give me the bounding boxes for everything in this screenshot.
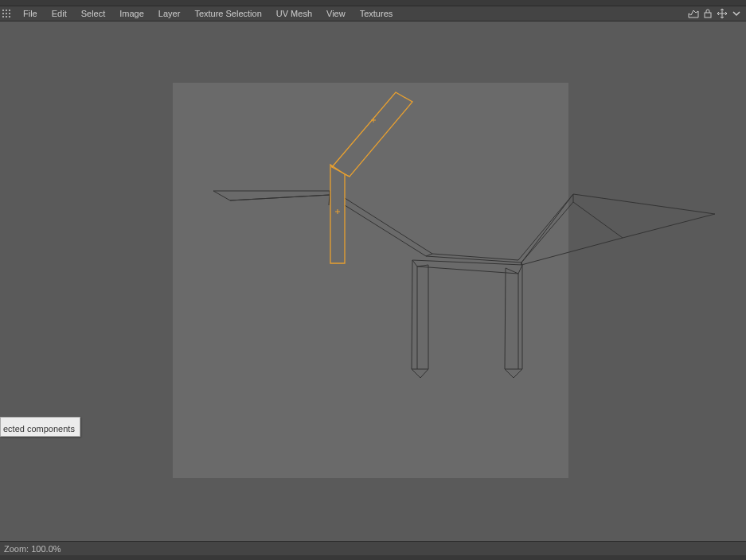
svg-rect-1 — [6, 10, 7, 11]
svg-rect-2 — [9, 10, 10, 11]
menu-textures[interactable]: Textures — [353, 6, 400, 21]
uv-texture-canvas — [173, 83, 568, 478]
tooltip: ected components — [0, 417, 80, 437]
move-icon[interactable] — [716, 7, 728, 20]
svg-rect-7 — [6, 16, 7, 18]
svg-rect-6 — [2, 16, 4, 18]
uv-viewport[interactable] — [0, 21, 746, 541]
tooltip-text: ected components — [3, 424, 75, 434]
svg-rect-8 — [9, 16, 10, 18]
svg-rect-5 — [9, 13, 10, 14]
menu-view[interactable]: View — [319, 6, 353, 21]
menu-image[interactable]: Image — [112, 6, 151, 21]
lock-icon[interactable] — [701, 7, 714, 20]
status-bottom-strip — [0, 555, 746, 560]
menu-select[interactable]: Select — [74, 6, 113, 21]
statusbar: Zoom: 100.0% — [0, 541, 746, 560]
titlebar — [0, 0, 746, 6]
app-grid-icon[interactable] — [2, 9, 11, 18]
menu-file[interactable]: File — [16, 6, 45, 21]
menu-uv-mesh[interactable]: UV Mesh — [269, 6, 319, 21]
menu-layer[interactable]: Layer — [151, 6, 188, 21]
menu-edit[interactable]: Edit — [45, 6, 74, 21]
menubar: File Edit Select Image Layer Texture Sel… — [0, 6, 746, 21]
svg-rect-0 — [2, 10, 4, 11]
histogram-icon[interactable] — [687, 7, 700, 20]
chevron-down-icon[interactable] — [730, 7, 743, 20]
zoom-value: 100.0% — [31, 544, 61, 554]
svg-rect-3 — [2, 13, 4, 14]
menubar-right-tools — [687, 6, 743, 21]
menu-texture-selection[interactable]: Texture Selection — [187, 6, 268, 21]
svg-rect-4 — [6, 13, 7, 14]
svg-rect-9 — [705, 13, 711, 18]
zoom-indicator: Zoom: 100.0% — [0, 542, 65, 556]
zoom-label: Zoom: — [4, 544, 29, 554]
